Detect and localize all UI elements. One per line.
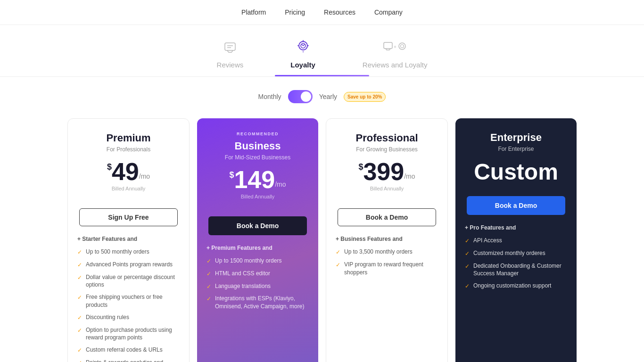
professional-price-row: $ 399 /mo — [338, 159, 436, 184]
nav-resources[interactable]: Resources — [324, 8, 355, 16]
professional-plan-subtitle: For Growing Businesses — [338, 146, 436, 153]
check-icon: ✓ — [465, 282, 470, 290]
check-icon: ✓ — [465, 250, 470, 258]
feature-item: ✓Discounting rules — [77, 313, 180, 322]
reviews-icon — [223, 41, 237, 57]
premium-price-row: $ 49 /mo — [79, 159, 178, 184]
premium-btn-container: Sign Up Free — [68, 208, 189, 226]
professional-billed: Billed Annually — [338, 186, 436, 191]
enterprise-features: + Pro Features and ✓API Access ✓Customiz… — [455, 215, 577, 362]
feature-item: ✓Points & rewards analytics and insights — [77, 359, 180, 362]
premium-plan-name: Premium — [79, 132, 178, 144]
tab-loyalty-label: Loyalty — [290, 61, 315, 69]
nav-company[interactable]: Company — [374, 8, 403, 16]
premium-price: 49 — [112, 159, 139, 184]
business-period: /mo — [275, 181, 286, 188]
feature-item: ✓VIP program to reward frequent shoppers — [336, 261, 438, 277]
premium-billed: Billed Annually — [79, 186, 178, 191]
check-icon: ✓ — [206, 270, 211, 278]
feature-item: ✓Dedicated Onboarding & Customer Success… — [465, 262, 567, 278]
premium-cta-button[interactable]: Sign Up Free — [79, 208, 178, 226]
business-cta-button[interactable]: Book a Demo — [208, 216, 307, 235]
professional-features: + Business Features and ✓Up to 3,500 mon… — [326, 226, 447, 362]
professional-features-label: + Business Features and — [336, 236, 438, 242]
check-icon: ✓ — [465, 237, 470, 245]
feature-item: ✓Up to 500 monthly orders — [77, 248, 180, 256]
svg-point-7 — [399, 43, 405, 49]
enterprise-btn-container: Book a Demo — [455, 196, 577, 215]
professional-card-header: Professional For Growing Businesses $ 39… — [326, 119, 447, 208]
premium-period: /mo — [139, 173, 150, 180]
feature-item: ✓Custom referral codes & URLs — [77, 346, 180, 354]
svg-text:+: + — [394, 44, 396, 49]
professional-period: /mo — [404, 173, 415, 180]
tab-loyalty[interactable]: Loyalty — [290, 39, 315, 76]
premium-card-header: Premium For Professionals $ 49 /mo Bille… — [68, 119, 189, 208]
enterprise-cta-button[interactable]: Book a Demo — [467, 196, 565, 215]
tab-active-underline — [275, 75, 369, 76]
premium-currency: $ — [107, 162, 112, 172]
professional-plan-name: Professional — [338, 132, 436, 144]
tab-reviews-loyalty[interactable]: + Reviews and Loyalty — [363, 41, 428, 76]
business-price-row: $ 149 /mo — [208, 167, 307, 192]
tab-reviews-loyalty-label: Reviews and Loyalty — [363, 61, 428, 69]
check-icon: ✓ — [77, 314, 82, 322]
premium-plan-subtitle: For Professionals — [79, 146, 178, 153]
tab-reviews[interactable]: Reviews — [217, 41, 244, 76]
check-icon: ✓ — [77, 346, 82, 354]
business-card: RECOMMENDED Business For Mid-Sized Busin… — [197, 118, 318, 362]
business-plan-subtitle: For Mid-Sized Businesses — [208, 154, 307, 161]
feature-item: ✓Up to 1500 monthly orders — [206, 257, 309, 265]
pricing-cards: Premium For Professionals $ 49 /mo Bille… — [39, 118, 605, 362]
check-icon: ✓ — [77, 294, 82, 302]
plan-tabs: Reviews Loyalty + — [0, 25, 644, 76]
professional-card: Professional For Growing Businesses $ 39… — [326, 118, 448, 362]
check-icon: ✓ — [77, 327, 82, 335]
loyalty-icon — [296, 39, 311, 57]
nav-platform[interactable]: Platform — [241, 8, 266, 16]
business-features: + Premium Features and ✓Up to 1500 month… — [197, 235, 318, 362]
feature-item: ✓Free shipping vouchers or free products — [77, 293, 180, 309]
business-billed: Billed Annually — [208, 194, 307, 199]
business-btn-container: Book a Demo — [197, 216, 318, 235]
professional-btn-container: Book a Demo — [326, 208, 447, 226]
check-icon: ✓ — [77, 274, 82, 282]
enterprise-card-header: Enterprise For Enterprise Custom — [455, 118, 577, 196]
yearly-label: Yearly — [319, 93, 337, 100]
check-icon: ✓ — [336, 261, 340, 269]
business-card-header: RECOMMENDED Business For Mid-Sized Busin… — [197, 118, 318, 216]
business-currency: $ — [229, 170, 234, 180]
feature-item: ✓Dollar value or percentage discount opt… — [77, 273, 180, 289]
feature-item: ✓HTML and CSS editor — [206, 270, 309, 278]
save-badge: Save up to 20% — [344, 92, 386, 102]
monthly-label: Monthly — [258, 93, 281, 100]
tab-reviews-label: Reviews — [217, 61, 244, 69]
feature-item: ✓Option to purchase products using rewar… — [77, 326, 180, 342]
feature-item: ✓Advanced Points program rewards — [77, 261, 180, 269]
feature-item: ✓Customized monthly orderes — [465, 249, 567, 258]
feature-item: ✓Integrations with ESPs (Klaviyo, Omnise… — [206, 295, 309, 311]
professional-price: 399 — [363, 159, 404, 184]
check-icon: ✓ — [206, 295, 211, 303]
premium-features: + Starter Features and ✓Up to 500 monthl… — [68, 226, 189, 362]
nav-pricing[interactable]: Pricing — [285, 8, 305, 16]
premium-features-label: + Starter Features and — [77, 236, 180, 242]
premium-card: Premium For Professionals $ 49 /mo Bille… — [67, 118, 190, 362]
billing-toggle[interactable] — [288, 90, 313, 103]
professional-currency: $ — [358, 162, 363, 172]
business-plan-name: Business — [208, 140, 307, 152]
enterprise-card: Enterprise For Enterprise Custom Book a … — [455, 118, 577, 362]
check-icon: ✓ — [206, 257, 211, 265]
check-icon: ✓ — [206, 283, 211, 291]
check-icon: ✓ — [77, 261, 82, 269]
feature-item: ✓Up to 3,500 monthly orders — [336, 248, 438, 256]
billing-toggle-section: Monthly Yearly Save up to 20% — [0, 77, 644, 118]
professional-cta-button[interactable]: Book a Demo — [338, 208, 436, 226]
main-nav: Platform Pricing Resources Company — [0, 0, 644, 25]
enterprise-plan-name: Enterprise — [467, 132, 565, 144]
recommended-badge: RECOMMENDED — [208, 132, 307, 136]
check-icon: ✓ — [336, 248, 340, 256]
business-features-label: + Premium Features and — [206, 245, 309, 251]
feature-item: ✓Language translations — [206, 282, 309, 291]
svg-point-8 — [400, 45, 404, 48]
